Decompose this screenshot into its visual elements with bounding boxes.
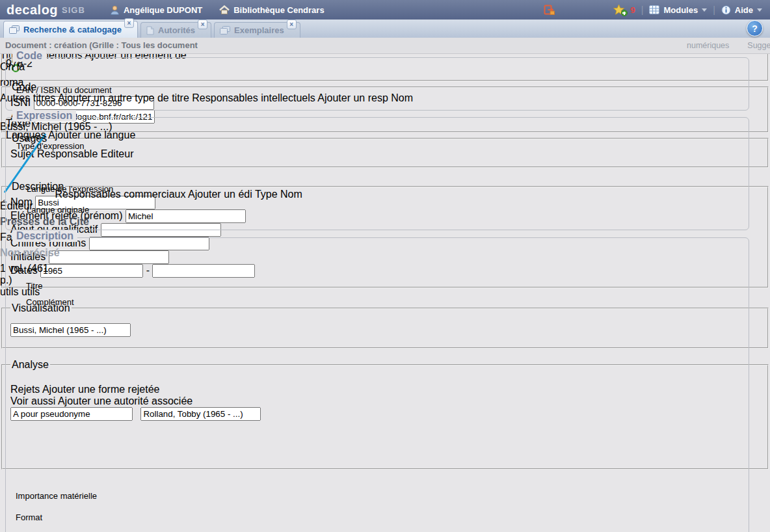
top-bar: decalog SIGB Angélique DUPONT Bibliothèq… — [0, 0, 770, 20]
code-section-bg: Code EAN / ISBN du document 978-2 — [5, 57, 749, 111]
section-legend: Description — [12, 230, 77, 242]
current-library[interactable]: Bibliothèque Cendrars — [219, 5, 324, 15]
langue-expression-label: Langue de l'expression — [27, 184, 113, 194]
chevron-down-icon — [757, 8, 762, 14]
cascade-windows-icon — [9, 25, 20, 34]
document-creation-page: Document : création (Grille : Tous les d… — [0, 38, 770, 532]
langue-originale-label: Langue originale — [27, 205, 89, 215]
section-legend: Code — [12, 50, 46, 62]
page-icon — [146, 26, 154, 35]
expression-section-bg: Expression Type d'expression Texte Langu… — [5, 117, 749, 230]
logout-icon[interactable] — [544, 5, 555, 16]
close-tab-icon[interactable] — [124, 18, 134, 28]
chevron-down-icon — [702, 8, 707, 14]
complement-label: Complément — [26, 297, 74, 307]
langues-label: Langues — [6, 129, 46, 140]
star-icon — [613, 4, 626, 16]
app-logo: decalog — [7, 3, 58, 18]
description-section-bg: Description — [5, 237, 749, 532]
add-language-link[interactable]: Ajouter une langue — [48, 129, 135, 140]
home-icon — [219, 5, 230, 14]
format-label: Format — [16, 512, 42, 522]
topbar-separator: | — [713, 5, 715, 15]
modules-menu[interactable]: Modules — [649, 5, 707, 15]
titre-label: Titre — [26, 281, 43, 291]
langues-add-row: Langues Ajouter une langue — [6, 129, 135, 140]
ean-isbn-field[interactable]: 978-2 — [6, 58, 396, 70]
importance-label: Importance matérielle — [16, 491, 97, 501]
ean-isbn-label: EAN / ISBN du document — [16, 85, 112, 95]
star-plus-badge — [621, 10, 628, 16]
nav-link-suggestion[interactable]: Suggestion — [747, 41, 770, 50]
document-page-nav: numériques Suggestion — [687, 41, 770, 50]
nav-link-numeriques[interactable]: numériques — [687, 41, 729, 50]
user-icon — [110, 5, 120, 15]
favorites-button[interactable]: 9 — [613, 4, 635, 16]
tab-bar: Recherche & catalogage Autorités Exempla… — [0, 20, 770, 38]
tab-exemplaires[interactable]: Exemplaires — [214, 22, 300, 38]
help-button[interactable]: ? — [747, 20, 763, 36]
app-screen: decalog SIGB Angélique DUPONT Bibliothèq… — [0, 0, 770, 532]
topbar-separator: | — [641, 5, 644, 15]
modules-grid-icon — [649, 5, 659, 14]
type-expression-label: Type d'expression — [16, 141, 84, 151]
section-legend: Expression — [12, 110, 76, 122]
tab-recherche-catalogage[interactable]: Recherche & catalogage — [3, 21, 138, 38]
current-user[interactable]: Angélique DUPONT — [110, 5, 202, 15]
app-logo-suffix: SIGB — [62, 5, 85, 15]
favorites-count: 9 — [631, 5, 635, 15]
info-icon — [721, 5, 731, 15]
aide-menu[interactable]: Aide — [721, 5, 762, 15]
tab-autorites[interactable]: Autorités — [140, 22, 211, 38]
page-title: Document : création (Grille : Tous les d… — [5, 40, 198, 50]
close-tab-icon[interactable] — [198, 20, 207, 29]
close-tab-icon[interactable] — [287, 20, 297, 29]
cascade-windows-icon — [220, 26, 230, 34]
